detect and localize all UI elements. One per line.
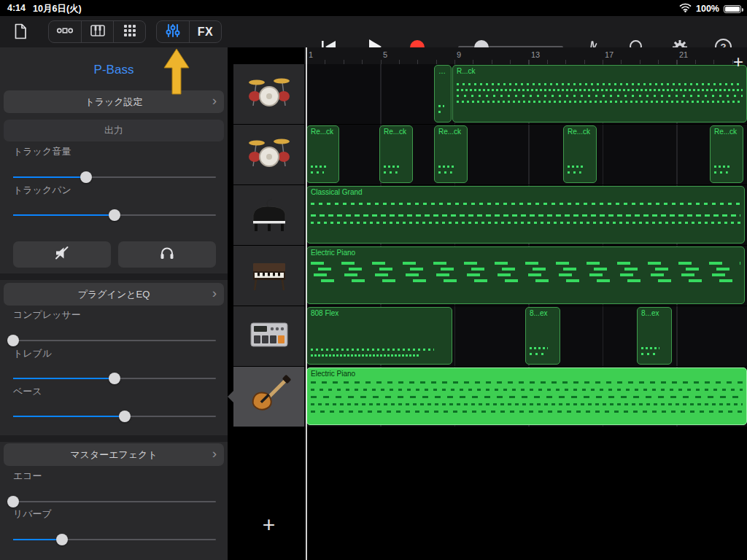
track-controls-button[interactable]: [157, 21, 189, 42]
region[interactable]: Re...ck: [710, 125, 743, 183]
region-notes: [457, 77, 743, 118]
ruler[interactable]: 1 5 9 13 17 21: [304, 47, 747, 64]
add-track-button[interactable]: +: [233, 510, 304, 540]
region-notes: [311, 319, 448, 360]
loops-grid-button[interactable]: [113, 21, 145, 42]
slider-knob[interactable]: [109, 209, 120, 221]
add-bars-button[interactable]: +: [733, 53, 743, 71]
clock: 4:14: [7, 3, 26, 15]
slider-knob[interactable]: [7, 496, 19, 508]
my-songs-button[interactable]: [12, 23, 29, 43]
slider-fill: [13, 539, 62, 540]
track-lane-drums-1[interactable]: … R...ck: [304, 64, 747, 124]
region-label: Classical Grand: [311, 188, 363, 196]
region-label: Re...ck: [714, 128, 737, 136]
region[interactable]: R...ck: [452, 65, 747, 122]
electric-piano-icon: [246, 254, 293, 298]
region-notes: [311, 138, 335, 179]
ruler-label: 21: [679, 50, 688, 59]
fx-button[interactable]: FX: [189, 21, 221, 42]
region[interactable]: 8...ex: [637, 307, 672, 365]
controls-button[interactable]: [49, 21, 81, 42]
slider-track: [13, 501, 216, 502]
playhead[interactable]: [306, 47, 307, 560]
date: 10月6日(火): [33, 3, 82, 15]
output-section-header: 出力: [4, 120, 224, 141]
track-cell-drum-machine[interactable]: [233, 306, 304, 366]
slider-knob[interactable]: [80, 171, 92, 183]
acoustic-drums-icon: [246, 72, 293, 116]
treble-label: トレブル: [13, 347, 52, 360]
track-volume-label: トラック音量: [13, 145, 71, 158]
track-lane-drum-machine[interactable]: 808 Flex 8...ex 8...ex: [304, 306, 747, 366]
slider-fill: [13, 416, 125, 417]
section-divider: [0, 435, 228, 442]
ruler-label: 5: [383, 50, 387, 59]
region-notes: [438, 138, 463, 179]
headphones-icon: [158, 244, 176, 265]
slider-knob[interactable]: [56, 534, 68, 545]
region[interactable]: 808 Flex: [306, 307, 452, 365]
wifi-icon: [679, 3, 692, 15]
region-selected[interactable]: Electric Piano: [306, 368, 747, 425]
output-label: 出力: [104, 124, 123, 137]
slider-fill: [13, 214, 115, 216]
track-cell-drums-1[interactable]: [233, 64, 304, 124]
region-label: 8...ex: [530, 309, 547, 317]
slider-track: [13, 340, 216, 341]
acoustic-drums-icon: [246, 133, 293, 176]
slider-knob[interactable]: [119, 411, 131, 422]
region[interactable]: Re...ck: [563, 125, 597, 183]
compressor-slider[interactable]: [13, 335, 216, 346]
track-settings-label: トラック設定: [85, 96, 142, 109]
region[interactable]: Re...ck: [306, 125, 339, 183]
grid-icon: [122, 23, 138, 42]
keyboard-icon: [89, 22, 107, 42]
region-label: Re...ck: [568, 128, 590, 136]
region[interactable]: Classical Grand: [306, 186, 745, 244]
slider-knob[interactable]: [109, 373, 120, 384]
treble-slider[interactable]: [13, 373, 216, 384]
track-cell-bass-selected[interactable]: [233, 367, 304, 427]
track-lane-grand-piano[interactable]: Classical Grand: [304, 185, 747, 245]
bass-label: ベース: [13, 385, 42, 398]
bass-slider[interactable]: [13, 411, 216, 422]
track-volume-slider[interactable]: [13, 171, 216, 183]
echo-slider[interactable]: [13, 496, 216, 508]
slider-knob[interactable]: [7, 335, 19, 346]
mixer-icon: [164, 22, 182, 42]
reverb-slider[interactable]: [13, 534, 216, 545]
track-lane-drums-2[interactable]: Re...ck Re...ck Re...ck Re...ck Re...ck: [304, 125, 747, 184]
controls-icon: [56, 22, 74, 42]
region-notes: [714, 138, 739, 179]
plugins-eq-button[interactable]: プラグインとEQ ›: [4, 283, 224, 306]
battery-icon: [724, 5, 741, 13]
status-bar: 4:14 10月6日(火) 100%: [0, 0, 747, 16]
solo-headphones-button[interactable]: [118, 241, 216, 268]
track-cell-grand-piano[interactable]: [233, 185, 304, 245]
region-label: Re...ck: [384, 128, 406, 136]
ruler-label: 13: [531, 50, 540, 59]
master-effects-button[interactable]: マスターエフェクト ›: [4, 443, 224, 466]
region[interactable]: Re...ck: [434, 125, 468, 183]
track-pan-slider[interactable]: [13, 209, 216, 221]
track-cell-drums-2[interactable]: [233, 125, 304, 184]
battery-percent: 100%: [696, 4, 719, 14]
track-lane-electric-piano[interactable]: Electric Piano: [304, 246, 747, 306]
master-effects-label: マスターエフェクト: [70, 448, 157, 462]
toolbar: FX: [0, 16, 747, 47]
region[interactable]: 8...ex: [525, 307, 560, 365]
track-controls-panel: P-Bass トラック設定 › 出力 トラック音量 トラックパン: [0, 47, 228, 560]
region-notes: [641, 319, 667, 360]
region[interactable]: Re...ck: [379, 125, 413, 183]
track-cell-electric-piano[interactable]: [233, 246, 304, 306]
region[interactable]: Electric Piano: [306, 246, 745, 304]
keyboard-button[interactable]: [81, 21, 113, 42]
region-label: …: [438, 67, 446, 75]
region[interactable]: …: [434, 65, 452, 122]
mute-button[interactable]: [13, 241, 111, 268]
mute-icon: [53, 244, 71, 265]
drum-machine-icon: [246, 314, 293, 358]
track-lane-bass[interactable]: Electric Piano: [304, 367, 747, 427]
view-toggle-group: [48, 20, 146, 43]
